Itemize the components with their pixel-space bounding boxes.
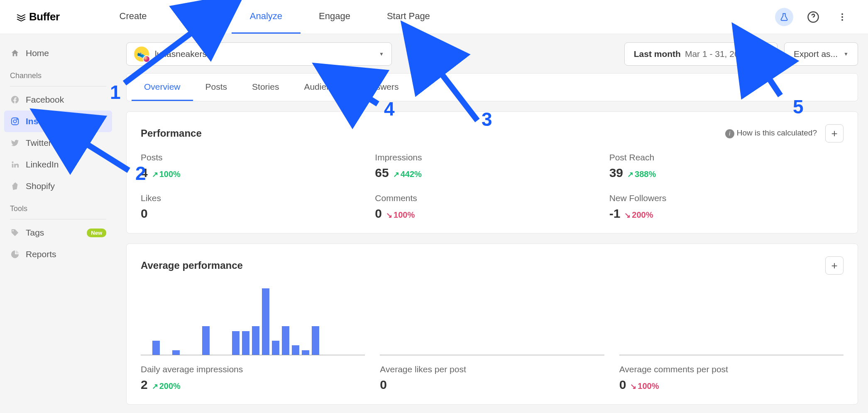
avg-chart-likes: Average likes per post 0 [380, 285, 604, 392]
top-nav: Buffer Create Publish Analyze Engage Sta… [0, 0, 868, 34]
sidebar-tool-reports[interactable]: Reports [4, 243, 112, 265]
nav-tab-startpage[interactable]: Start Page [369, 0, 448, 34]
new-badge: New [87, 229, 106, 237]
chart-bar [302, 350, 309, 355]
nav-tab-create[interactable]: Create [101, 0, 165, 34]
nav-tab-analyze[interactable]: Analyze [232, 0, 301, 34]
annotation-2: 2 [135, 162, 146, 184]
annotation-5: 5 [793, 96, 804, 118]
annotation-1: 1 [110, 81, 121, 103]
avg-chart-comments: Average comments per post 0 100% [619, 285, 844, 392]
chart-bar [202, 326, 210, 355]
subtab-answers[interactable]: Answers [353, 74, 411, 101]
sidebar-channel-twitter[interactable]: Twitter / X [4, 132, 112, 154]
sidebar-channel-shopify[interactable]: Shopify [4, 175, 112, 197]
account-selector[interactable]: 👟 lunasneakers ▼ [126, 42, 392, 66]
beaker-icon[interactable] [775, 8, 793, 26]
add-chart-button[interactable]: + [825, 256, 844, 275]
linkedin-icon [10, 160, 20, 169]
metric-cell: Comments0100% [375, 193, 609, 221]
sidebar-channel-label: LinkedIn [26, 160, 59, 170]
help-icon[interactable] [804, 8, 822, 26]
export-button[interactable]: Export as... ▼ [784, 42, 858, 66]
metric-value: 65 [375, 166, 389, 180]
chart-bar [242, 331, 249, 355]
sidebar-tool-label: Reports [26, 249, 56, 259]
subtab-overview[interactable]: Overview [132, 74, 193, 101]
svg-point-2 [841, 16, 843, 18]
performance-title: Performance [141, 128, 202, 139]
tag-icon [10, 228, 20, 237]
svg-point-5 [13, 120, 16, 123]
facebook-icon [10, 95, 20, 104]
metric-cell: Post Reach39388% [609, 152, 844, 180]
metric-cell: Likes0 [141, 193, 375, 221]
buffer-logo-icon [16, 12, 27, 22]
metric-value: 0 [375, 206, 382, 221]
metric-value: 39 [609, 166, 623, 180]
sidebar-home[interactable]: Home [4, 42, 112, 64]
metric-label: Likes [141, 193, 375, 203]
nav-tabs: Create Publish Analyze Engage Start Page [101, 0, 448, 34]
avg-label: Average comments per post [619, 364, 844, 374]
sidebar-channel-instagram[interactable]: Instagram [4, 111, 112, 132]
comments-bar-chart [619, 285, 844, 355]
sidebar-channel-linkedin[interactable]: LinkedIn [4, 154, 112, 175]
sidebar-channel-facebook[interactable]: Facebook [4, 89, 112, 111]
avg-change: 100% [630, 381, 659, 391]
top-controls: 👟 lunasneakers ▼ Last month Mar 1 - 31, … [126, 42, 858, 66]
sidebar-channel-label: Twitter / X [26, 138, 64, 148]
chart-bar [312, 326, 319, 355]
export-label: Export as... [794, 49, 838, 59]
how-calculated-link[interactable]: iHow is this calculated? [725, 128, 817, 138]
subtab-stories[interactable]: Stories [240, 74, 291, 101]
avg-grid: Daily average impressions 2 200% Average… [141, 285, 844, 392]
date-range-selector[interactable]: Last month Mar 1 - 31, 2024 ▼ [624, 42, 778, 66]
chart-bar [262, 288, 269, 355]
reports-icon [10, 250, 20, 259]
chart-bar [282, 326, 289, 355]
metric-label: Comments [375, 193, 609, 203]
nav-tab-engage[interactable]: Engage [301, 0, 369, 34]
subtab-audience[interactable]: Audience [291, 74, 353, 101]
tools-heading: Tools [4, 197, 112, 217]
metric-label: Post Reach [609, 152, 844, 162]
sidebar: Home Channels Facebook Instagram Twitter… [0, 34, 116, 413]
svg-point-1 [841, 13, 843, 15]
sidebar-channel-label: Instagram [26, 116, 67, 126]
chevron-down-icon: ▼ [763, 51, 768, 57]
annotation-3: 3 [482, 108, 492, 130]
avg-change: 200% [152, 381, 181, 391]
brand-logo: Buffer [16, 10, 60, 23]
divider [10, 86, 106, 86]
nav-right [775, 8, 851, 26]
channels-heading: Channels [4, 64, 112, 84]
sidebar-home-label: Home [26, 48, 49, 58]
avg-value: 0 [619, 378, 626, 392]
sub-tab-bar: Overview Posts Stories Audience Answers [126, 73, 858, 101]
sidebar-tool-tags[interactable]: Tags New [4, 222, 112, 243]
metric-change: 100% [152, 170, 181, 179]
svg-point-6 [17, 119, 17, 120]
metric-value: -1 [609, 206, 621, 221]
metric-change: 100% [386, 210, 415, 220]
add-metric-button[interactable]: + [825, 124, 844, 143]
chart-bar [272, 341, 279, 355]
likes-bar-chart [380, 285, 604, 355]
content-area: 👟 lunasneakers ▼ Last month Mar 1 - 31, … [116, 34, 868, 413]
chart-bar [152, 341, 160, 355]
chart-bar [292, 345, 299, 355]
date-range-dates: Mar 1 - 31, 2024 [685, 49, 749, 59]
chart-bar [252, 326, 259, 355]
metric-label: Impressions [375, 152, 609, 162]
avg-title: Average performance [141, 260, 243, 271]
nav-tab-publish[interactable]: Publish [165, 0, 232, 34]
chevron-down-icon: ▼ [844, 51, 848, 57]
chevron-down-icon: ▼ [379, 51, 384, 57]
brand-text: Buffer [29, 10, 60, 23]
divider [10, 219, 106, 219]
home-icon [10, 49, 20, 58]
metric-cell: Posts4100% [141, 152, 375, 180]
more-menu-icon[interactable] [833, 8, 851, 26]
subtab-posts[interactable]: Posts [193, 74, 240, 101]
